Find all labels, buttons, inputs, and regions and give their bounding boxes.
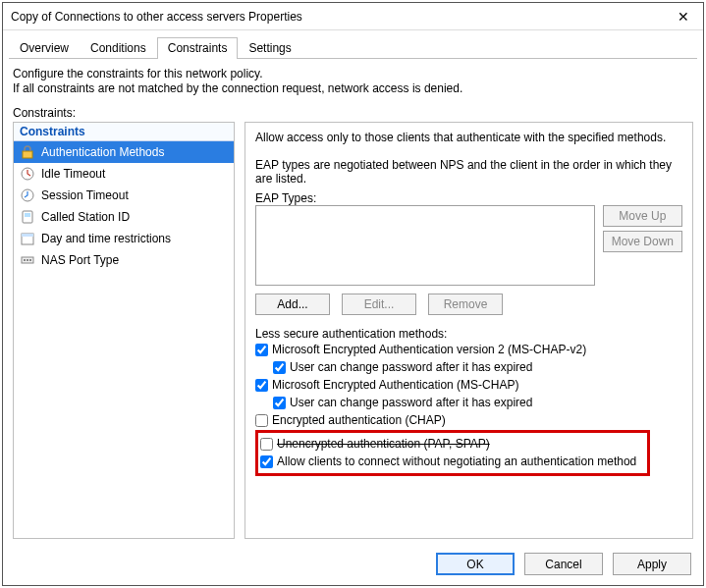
check-label: Microsoft Encrypted Authentication versi… bbox=[272, 343, 586, 356]
sidebar-item-label: Idle Timeout bbox=[41, 167, 105, 181]
edit-button[interactable]: Edit... bbox=[342, 294, 416, 315]
check-label: Microsoft Encrypted Authentication (MS-C… bbox=[272, 378, 518, 392]
apply-button[interactable]: Apply bbox=[613, 553, 691, 575]
port-icon bbox=[20, 252, 35, 268]
sidebar-item-label: Authentication Methods bbox=[41, 145, 164, 159]
tab-overview[interactable]: Overview bbox=[9, 37, 80, 59]
tab-settings[interactable]: Settings bbox=[238, 37, 301, 59]
sidebar-item-authentication-methods[interactable]: Authentication Methods bbox=[14, 141, 234, 163]
sidebar-item-label: Session Timeout bbox=[41, 188, 129, 202]
checkbox[interactable] bbox=[260, 438, 273, 451]
svg-rect-4 bbox=[25, 213, 30, 217]
tab-strip: Overview Conditions Constraints Settings bbox=[3, 30, 703, 58]
sidebar-item-nas-port-type[interactable]: NAS Port Type bbox=[14, 249, 234, 271]
cancel-button[interactable]: Cancel bbox=[524, 553, 603, 575]
checkbox[interactable] bbox=[273, 397, 286, 409]
tab-conditions[interactable]: Conditions bbox=[80, 37, 157, 59]
intro-text: Allow access only to those clients that … bbox=[255, 131, 682, 144]
move-up-button[interactable]: Move Up bbox=[603, 205, 682, 227]
check-label: Encrypted authentication (CHAP) bbox=[272, 413, 446, 427]
remove-button[interactable]: Remove bbox=[428, 294, 503, 315]
ok-button[interactable]: OK bbox=[436, 553, 515, 575]
calendar-icon bbox=[20, 231, 35, 246]
add-button[interactable]: Add... bbox=[255, 294, 330, 315]
close-icon[interactable]: ✕ bbox=[664, 3, 703, 30]
eap-desc: EAP types are negotiated between NPS and… bbox=[255, 158, 682, 186]
check-label: User can change password after it has ex… bbox=[290, 396, 532, 409]
sidebar-item-label: Called Station ID bbox=[41, 210, 130, 224]
desc-line-2: If all constraints are not matched by th… bbox=[13, 81, 462, 95]
checkbox[interactable] bbox=[255, 344, 268, 356]
check-allow-no-auth[interactable]: Allow clients to connect without negotia… bbox=[260, 453, 645, 470]
right-panel: Allow access only to those clients that … bbox=[244, 122, 693, 539]
checkbox[interactable] bbox=[255, 379, 268, 392]
check-label: User can change password after it has ex… bbox=[290, 360, 532, 374]
titlebar: Copy of Connections to other access serv… bbox=[3, 3, 703, 30]
svg-rect-9 bbox=[27, 259, 28, 261]
eap-row-buttons: Add... Edit... Remove bbox=[255, 294, 682, 315]
eap-types-listbox[interactable] bbox=[255, 205, 595, 286]
dialog-footer: OK Cancel Apply bbox=[3, 543, 703, 585]
sidebar-item-label: Day and time restrictions bbox=[41, 232, 171, 245]
tab-constraints[interactable]: Constraints bbox=[157, 37, 239, 59]
check-pap-spap[interactable]: Unencrypted authentication (PAP, SPAP) bbox=[260, 435, 645, 453]
columns: Constraints Authentication Methods Idle … bbox=[13, 122, 693, 539]
check-mschap[interactable]: Microsoft Encrypted Authentication (MS-C… bbox=[255, 376, 682, 394]
eap-area: Move Up Move Down bbox=[255, 205, 682, 286]
desc-line-1: Configure the constraints for this netwo… bbox=[13, 67, 263, 80]
sidebar-item-idle-timeout[interactable]: Idle Timeout bbox=[14, 163, 234, 185]
eap-order-buttons: Move Up Move Down bbox=[603, 205, 682, 286]
check-mschap-expired[interactable]: User can change password after it has ex… bbox=[255, 394, 682, 411]
sidebar-item-session-timeout[interactable]: Session Timeout bbox=[14, 185, 234, 206]
clock-session-icon bbox=[20, 187, 35, 203]
svg-rect-0 bbox=[23, 151, 32, 158]
check-label: Unencrypted authentication (PAP, SPAP) bbox=[277, 437, 490, 451]
window-title: Copy of Connections to other access serv… bbox=[11, 10, 664, 24]
check-mschapv2-expired[interactable]: User can change password after it has ex… bbox=[255, 358, 682, 376]
svg-rect-8 bbox=[24, 259, 26, 261]
highlight-box: Unencrypted authentication (PAP, SPAP) A… bbox=[255, 430, 650, 476]
check-chap[interactable]: Encrypted authentication (CHAP) bbox=[255, 411, 682, 429]
phone-icon bbox=[20, 209, 35, 225]
less-secure-label: Less secure authentication methods: bbox=[255, 327, 682, 341]
dialog-window: Copy of Connections to other access serv… bbox=[2, 2, 704, 586]
sidebar-item-called-station-id[interactable]: Called Station ID bbox=[14, 206, 234, 228]
constraints-header: Constraints bbox=[14, 123, 234, 141]
checkbox[interactable] bbox=[260, 455, 273, 468]
svg-rect-10 bbox=[29, 259, 31, 261]
checkbox[interactable] bbox=[273, 361, 286, 374]
checkbox[interactable] bbox=[255, 414, 268, 427]
constraints-label: Constraints: bbox=[13, 106, 693, 120]
clock-idle-icon bbox=[20, 166, 35, 182]
tab-body: Configure the constraints for this netwo… bbox=[3, 59, 703, 543]
constraints-list: Constraints Authentication Methods Idle … bbox=[13, 122, 235, 539]
less-secure-section: Less secure authentication methods: Micr… bbox=[255, 327, 682, 476]
sidebar-item-label: NAS Port Type bbox=[41, 253, 119, 267]
sidebar-item-day-time[interactable]: Day and time restrictions bbox=[14, 228, 234, 249]
lock-icon bbox=[20, 144, 35, 160]
eap-types-label: EAP Types: bbox=[255, 191, 682, 205]
description: Configure the constraints for this netwo… bbox=[13, 67, 693, 96]
check-mschapv2[interactable]: Microsoft Encrypted Authentication versi… bbox=[255, 341, 682, 358]
svg-rect-6 bbox=[22, 234, 33, 237]
move-down-button[interactable]: Move Down bbox=[603, 231, 682, 252]
check-label: Allow clients to connect without negotia… bbox=[277, 454, 636, 468]
